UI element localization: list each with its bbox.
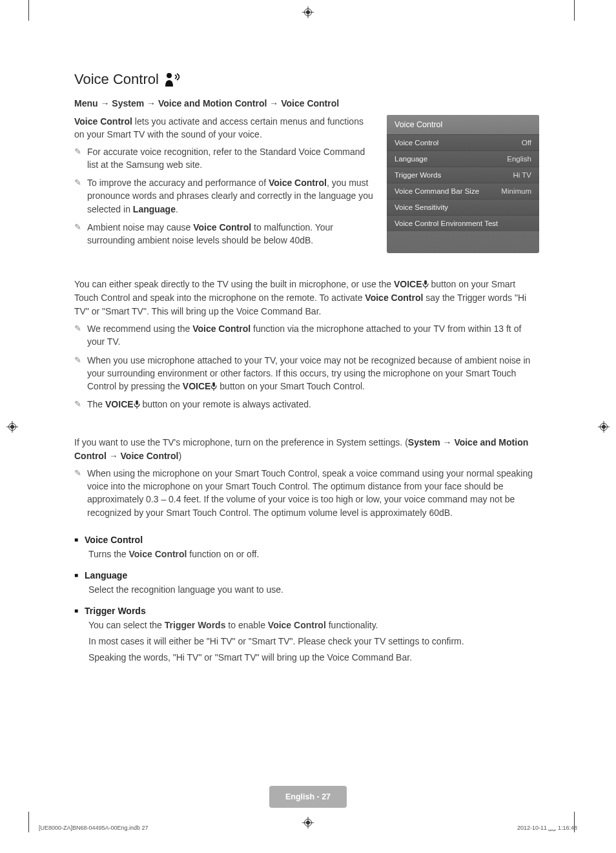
paragraph: If you want to use the TV's microphone, … xyxy=(74,436,539,463)
menu-row-label: Language xyxy=(395,155,427,163)
imprint-left: [UE8000-ZA]BN68-04495A-00Eng.indb 27 xyxy=(39,825,149,831)
page-content: Voice Control Menu → System → Voice and … xyxy=(74,71,539,673)
menu-row: Trigger WordsHi TV xyxy=(387,167,539,183)
imprint-right: 2012-10-11 ␣␣ 1:16:48 xyxy=(517,825,577,831)
menu-row: Voice Command Bar SizeMinimum xyxy=(387,183,539,199)
mic-icon xyxy=(210,381,217,389)
menu-row-value: Hi TV xyxy=(513,171,531,179)
registration-mark-icon xyxy=(598,421,610,433)
definition-item: Voice ControlTurns the Voice Control fun… xyxy=(74,535,539,561)
svg-rect-19 xyxy=(212,382,215,387)
note-list: We recommend using the Voice Control fun… xyxy=(74,322,539,411)
imprint-line: [UE8000-ZA]BN68-04495A-00Eng.indb 27 201… xyxy=(39,825,577,831)
crop-mark xyxy=(28,812,29,832)
voice-person-icon xyxy=(164,72,182,87)
note-list: For accurate voice recognition, refer to… xyxy=(74,145,375,247)
page-title: Voice Control xyxy=(74,71,539,88)
definition-description: You can select the Trigger Words to enab… xyxy=(88,619,539,632)
definition-description: In most cases it will either be "Hi TV" … xyxy=(88,635,539,648)
menu-row-label: Voice Command Bar Size xyxy=(395,187,479,195)
svg-rect-21 xyxy=(136,400,138,405)
definition-term: Voice Control xyxy=(74,535,539,545)
paragraph: You can either speak directly to the TV … xyxy=(74,278,539,318)
note-item: For accurate voice recognition, refer to… xyxy=(74,145,375,172)
menu-row-label: Voice Sensitivity xyxy=(395,203,448,211)
definition-description: Turns the Voice Control function on or o… xyxy=(88,548,539,561)
menu-row: Voice ControlOff xyxy=(387,134,539,150)
mic-icon xyxy=(422,279,429,287)
note-item: Ambient noise may cause Voice Control to… xyxy=(74,221,375,247)
text: You can either speak directly to the TV … xyxy=(74,279,394,289)
svg-rect-17 xyxy=(424,280,427,285)
intro-paragraph: Voice Control lets you activate and acce… xyxy=(74,115,375,141)
definition-item: LanguageSelect the recognition language … xyxy=(74,570,539,597)
menu-row-value: Off xyxy=(522,139,531,147)
menu-row: Voice Control Environment Test xyxy=(387,215,539,231)
bold-text: Voice Control xyxy=(74,116,132,127)
menu-row-label: Trigger Words xyxy=(395,171,441,179)
intro-text: Voice Control lets you activate and acce… xyxy=(74,115,375,252)
definition-term: Language xyxy=(74,570,539,581)
note-list: When using the microphone on your Smart … xyxy=(74,467,539,519)
bold-text: Voice Control xyxy=(365,293,423,303)
note-item: When using the microphone on your Smart … xyxy=(74,467,539,519)
note-item: To improve the accuracy and performance … xyxy=(74,176,375,216)
registration-mark-icon xyxy=(302,6,314,18)
voice-control-menu-panel: Voice Control Voice ControlOffLanguageEn… xyxy=(387,115,539,253)
definition-description: Speaking the words, "Hi TV" or "Smart TV… xyxy=(88,651,539,664)
body-block-2: If you want to use the TV's microphone, … xyxy=(74,436,539,519)
title-text: Voice Control xyxy=(74,71,159,88)
menu-row-label: Voice Control Environment Test xyxy=(395,220,498,227)
menu-row: Voice Sensitivity xyxy=(387,199,539,215)
page-footer: English - 27 xyxy=(0,786,616,808)
registration-mark-icon xyxy=(6,421,18,433)
note-item: We recommend using the Voice Control fun… xyxy=(74,322,539,349)
text: ) xyxy=(179,451,182,461)
bold-text: VOICE xyxy=(394,279,422,289)
crop-mark xyxy=(574,0,575,21)
note-item: When you use microphone attached to your… xyxy=(74,354,539,393)
mic-icon xyxy=(134,399,140,407)
definition-term: Trigger Words xyxy=(74,606,539,616)
menu-row-label: Voice Control xyxy=(395,139,438,147)
crop-mark xyxy=(28,0,29,21)
svg-point-16 xyxy=(167,73,172,78)
definition-item: Trigger WordsYou can select the Trigger … xyxy=(74,606,539,664)
menu-row-value: Minimum xyxy=(501,187,531,195)
menu-row-value: English xyxy=(507,155,531,163)
panel-header: Voice Control xyxy=(387,115,539,134)
definition-description: Select the recognition language you want… xyxy=(88,583,539,597)
definition-list: Voice ControlTurns the Voice Control fun… xyxy=(74,535,539,664)
page-number-pill: English - 27 xyxy=(269,786,347,808)
note-item: The VOICE button on your remote is alway… xyxy=(74,398,539,411)
body-block-1: You can either speak directly to the TV … xyxy=(74,278,539,411)
menu-row: LanguageEnglish xyxy=(387,150,539,167)
text: If you want to use the TV's microphone, … xyxy=(74,437,408,447)
breadcrumb: Menu → System → Voice and Motion Control… xyxy=(74,98,539,108)
